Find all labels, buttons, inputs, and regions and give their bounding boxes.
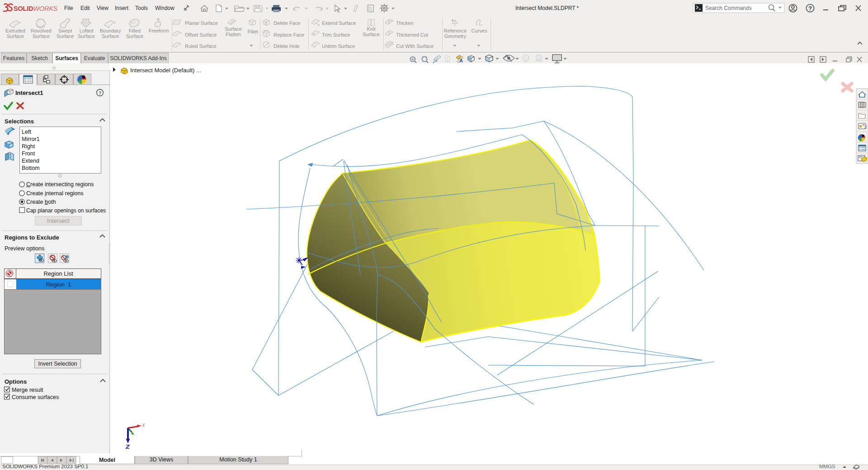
svg-text:X: X xyxy=(142,423,145,428)
svg-text:?: ? xyxy=(808,5,812,12)
svg-text:?: ? xyxy=(98,90,101,96)
svg-text:SOLIDWORKS: SOLIDWORKS xyxy=(14,5,58,12)
svg-text:Intersect Model (Default) ...: Intersect Model (Default) ... xyxy=(130,67,201,74)
svg-text:A: A xyxy=(459,58,463,63)
